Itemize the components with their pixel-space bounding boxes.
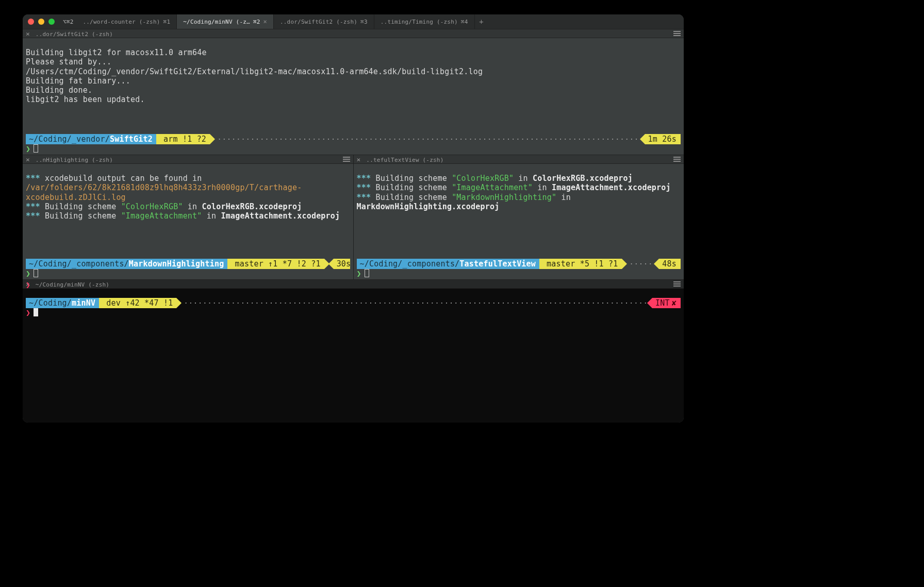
tab-label: ..dor/SwiftGit2 (-zsh) xyxy=(280,19,357,25)
minimize-window-button[interactable] xyxy=(38,19,44,25)
prompt-branch-segment: arm !1 ?2 xyxy=(156,134,210,144)
prompt-path-segment: ~/Coding/_components/TastefulTextView xyxy=(357,259,540,269)
pane-title-bar: × ..tefulTextView (-zsh) xyxy=(354,155,684,164)
prompt: ~/Coding/_vendor/SwiftGit2 arm !1 ?2 1m … xyxy=(26,134,681,144)
prompt-timer-segment: 30s xyxy=(334,259,350,269)
cursor xyxy=(34,144,38,153)
prompt-status-segment: INT✘ xyxy=(652,298,681,308)
terminal-window: ⌥⌘2 ../word-counter (-zsh) ⌘1 ~/Coding/m… xyxy=(23,14,684,423)
prompt-filler xyxy=(184,298,650,308)
pane-title-bar: × ~/Coding/minNV (-zsh) xyxy=(23,279,684,289)
tab-3[interactable]: ..dor/SwiftGit2 (-zsh) ⌘3 xyxy=(274,14,374,29)
pane-title-bar: × ..dor/SwiftGit2 (-zsh) xyxy=(23,29,684,38)
prompt: ~/Coding/minNV dev ↑42 *47 !1 INT✘ xyxy=(26,298,681,308)
terminal-output: *** Building scheme "ColorHexRGB" in Col… xyxy=(354,164,684,211)
terminal-output: *** xcodebuild output can be found in /v… xyxy=(23,164,353,221)
hamburger-icon[interactable] xyxy=(673,283,681,284)
tab-label: ~/Coding/minNV (-z… xyxy=(183,19,250,25)
close-icon[interactable]: × xyxy=(26,156,30,163)
prompt-caret: ❯ xyxy=(26,269,38,278)
close-icon[interactable]: × xyxy=(26,30,30,38)
panes: × ..dor/SwiftGit2 (-zsh) Building libgit… xyxy=(23,29,684,423)
pane-markdownhighlighting[interactable]: × ..nHighlighting (-zsh) *** xcodebuild … xyxy=(23,155,353,279)
close-icon[interactable]: × xyxy=(357,156,361,163)
tab-shortcut: ⌘1 xyxy=(163,19,171,25)
prompt-path-segment: ~/Coding/_components/MarkdownHighlightin… xyxy=(26,259,227,269)
close-icon[interactable]: × xyxy=(263,18,267,25)
prompt-caret-empty: ❯ xyxy=(26,280,30,290)
pane-tastefultextview[interactable]: × ..tefulTextView (-zsh) *** Building sc… xyxy=(353,155,684,279)
prompt-filler xyxy=(629,259,657,269)
prompt-path-segment: ~/Coding/minNV xyxy=(26,298,99,308)
prompt-path-segment: ~/Coding/_vendor/SwiftGit2 xyxy=(26,134,156,144)
hamburger-icon[interactable] xyxy=(673,159,681,160)
tab-shortcut: ⌘4 xyxy=(461,19,468,25)
terminal-output: Building libgit2 for macosx11.0 arm64e P… xyxy=(23,38,684,104)
error-icon: ✘ xyxy=(672,298,676,308)
pane-title: ..nHighlighting (-zsh) xyxy=(36,157,113,163)
tab-4[interactable]: ..timing/Timing (-zsh) ⌘4 xyxy=(374,14,475,29)
tab-1[interactable]: ../word-counter (-zsh) ⌘1 xyxy=(76,14,177,29)
cursor xyxy=(365,269,369,277)
tabbar-prefix-icon: ⌥⌘2 xyxy=(63,19,73,25)
tab-shortcut: ⌘2 xyxy=(253,19,260,25)
traffic-lights xyxy=(23,19,60,25)
cursor xyxy=(34,308,38,316)
hamburger-icon[interactable] xyxy=(343,159,350,160)
pane-title-bar: × ..nHighlighting (-zsh) xyxy=(23,155,353,164)
prompt-branch-segment: master *5 !1 ?1 xyxy=(539,259,621,269)
pane-title: ..tefulTextView (-zsh) xyxy=(366,157,443,163)
prompt-caret: ❯ xyxy=(26,144,38,154)
tab-2[interactable]: ~/Coding/minNV (-z… ⌘2 × xyxy=(177,14,274,29)
prompt-timer-segment: 48s xyxy=(659,259,681,269)
close-window-button[interactable] xyxy=(28,19,34,25)
add-tab-button[interactable]: + xyxy=(475,18,488,26)
zoom-window-button[interactable] xyxy=(48,19,55,25)
tab-shortcut: ⌘3 xyxy=(360,19,368,25)
pane-title: ~/Coding/minNV (-zsh) xyxy=(36,281,109,288)
pane-swiftgit2[interactable]: × ..dor/SwiftGit2 (-zsh) Building libgit… xyxy=(23,29,684,155)
hamburger-icon[interactable] xyxy=(673,33,681,34)
pane-title: ..dor/SwiftGit2 (-zsh) xyxy=(36,31,113,38)
prompt: ~/Coding/_components/MarkdownHighlightin… xyxy=(26,259,350,269)
tab-label: ../word-counter (-zsh) xyxy=(82,19,160,25)
prompt-caret: ❯ xyxy=(357,269,369,278)
prompt: ~/Coding/_components/TastefulTextView ma… xyxy=(357,259,681,269)
prompt-filler xyxy=(217,134,643,144)
tab-label: ..timing/Timing (-zsh) xyxy=(381,19,458,25)
pane-minnv[interactable]: × ~/Coding/minNV (-zsh) ❯ ~/Coding/minNV… xyxy=(23,279,684,423)
prompt-branch-segment: master ↑1 *7 !2 ?1 xyxy=(227,259,324,269)
cursor xyxy=(34,269,38,277)
prompt-caret: ❯ xyxy=(26,308,38,317)
prompt-timer-segment: 1m 26s xyxy=(645,134,681,144)
tab-bar: ⌥⌘2 ../word-counter (-zsh) ⌘1 ~/Coding/m… xyxy=(23,14,684,29)
prompt-branch-segment: dev ↑42 *47 !1 xyxy=(99,298,176,308)
